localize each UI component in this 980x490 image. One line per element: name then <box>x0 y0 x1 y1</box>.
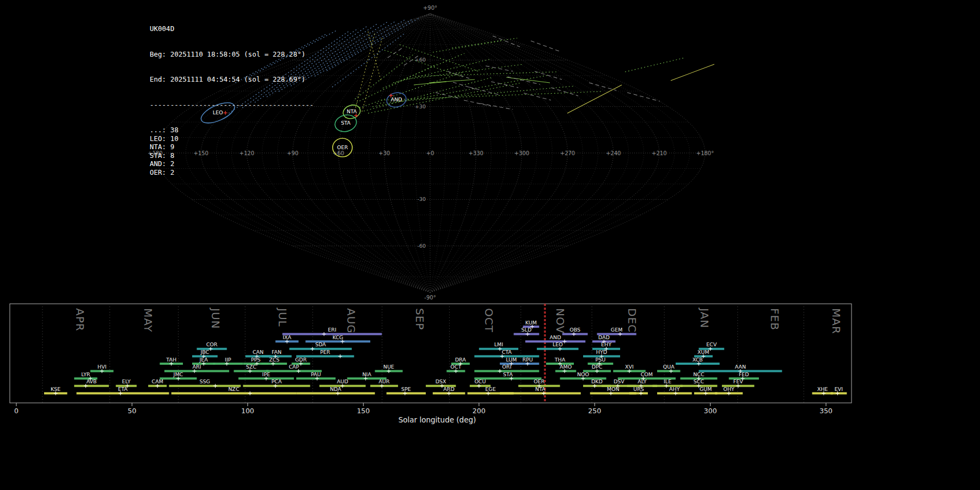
shower-lmi: LMI <box>479 341 518 351</box>
timeline-frame: APRMAYJUNJULAUGSEPOCTNOVDECJANFEBMAR0501… <box>10 304 852 415</box>
shower-label: EHY <box>601 341 611 347</box>
month-label: SEP <box>413 308 426 330</box>
shower-label: SCC <box>694 378 705 384</box>
shower-bar <box>500 392 581 394</box>
shower-ipe: IPE <box>238 371 294 381</box>
shower-hvi: HVI <box>90 364 113 373</box>
pole-label-north: +90° <box>423 5 437 11</box>
shower-label: CAM <box>152 378 163 384</box>
lon-label: +300 <box>514 150 529 156</box>
shower-label: FEV <box>733 378 743 384</box>
shower-label: HVI <box>97 364 106 370</box>
meteor-trail <box>400 45 480 72</box>
meteor-trail <box>429 79 475 83</box>
shower-label: DSV <box>614 378 624 384</box>
shower-evi: EVI <box>831 386 847 395</box>
radiant-label: NTA <box>347 108 357 114</box>
shower-count-list: ...: 38LEO: 10NTA: 9STA: 8AND: 2OER: 2 <box>150 126 314 176</box>
shower-label: STA <box>503 371 513 377</box>
meteor-trail <box>359 72 464 108</box>
shower-bar <box>296 392 375 394</box>
shower-ixa: IXA <box>275 334 298 344</box>
separator-line: ---------------------------------------- <box>150 101 314 109</box>
shower-label: OCU <box>474 378 486 384</box>
meteor-trail <box>567 85 622 113</box>
shower-label: SLD <box>522 327 532 333</box>
shower-label: XHE <box>817 386 828 392</box>
shower-label: AMO <box>560 364 572 370</box>
shower-label: SSG <box>200 378 210 384</box>
lon-label: +270 <box>560 150 575 156</box>
meteor-trail <box>486 66 513 71</box>
shower-label: DKD <box>591 378 603 384</box>
shower-label: KSE <box>51 386 60 392</box>
shower-label: LMI <box>494 341 503 347</box>
shower-iip: IIP <box>213 357 243 366</box>
shower-label: AUR <box>379 378 390 384</box>
shower-label: LEO <box>553 341 563 347</box>
meteor-trail <box>506 77 550 83</box>
x-tick-label: 50 <box>127 407 136 415</box>
shower-label: ILE <box>664 378 671 384</box>
shower-label: NTA <box>535 386 546 392</box>
shower-pca: PCA <box>243 378 310 388</box>
shower-label: SPE <box>401 386 411 392</box>
shower-bar <box>171 392 296 394</box>
shower-label: FED <box>739 371 749 377</box>
radiant-label: OER <box>337 144 348 150</box>
shower-eta: ETA <box>76 386 169 395</box>
radiant-nta: NTA <box>341 103 362 121</box>
shower-label: SZC <box>246 364 257 370</box>
shower-label: SDA <box>315 341 326 347</box>
shower-label: JEA <box>199 357 209 363</box>
shower-label: OER <box>534 378 544 384</box>
shower-zcs: ZCS <box>261 357 287 366</box>
shower-xhe: XHE <box>812 386 833 395</box>
shower-amo: AMO <box>555 364 576 373</box>
shower-bar <box>537 348 578 350</box>
shower-label: ARI <box>192 364 201 370</box>
meteor-trail <box>531 41 561 52</box>
station-id: UK004D <box>150 24 314 33</box>
shower-label: URS <box>633 386 644 392</box>
shower-label: COR <box>206 341 218 347</box>
shower-label: NOO <box>577 371 589 377</box>
shower-label: PPS <box>251 357 261 363</box>
radiant-label: STA <box>341 120 351 126</box>
shower-bar <box>657 370 680 372</box>
shower-label: IPE <box>262 371 271 377</box>
shower-label: TAH <box>166 357 176 363</box>
shower-label: IXA <box>283 334 291 340</box>
meteor-trail <box>414 82 446 85</box>
shower-label: GUM <box>700 386 712 392</box>
meteor-trail <box>415 72 556 76</box>
shower-label: ORI <box>502 364 511 370</box>
shower-label: KUM <box>525 320 537 326</box>
shower-label: GDR <box>295 357 307 363</box>
shower-nta: NTA <box>500 386 581 395</box>
x-axis-title: Solar longitude (deg) <box>399 415 476 424</box>
shower-label: CAP <box>289 364 299 370</box>
shower-gum: GUM <box>694 386 717 395</box>
shower-label: COM <box>641 371 653 377</box>
shower-label: NCC <box>693 371 705 377</box>
meteor-trail <box>368 32 381 82</box>
shower-label: OHY <box>723 386 734 392</box>
month-label: NOV <box>554 308 567 334</box>
shower-label: DPC <box>592 364 603 370</box>
shower-bar <box>76 392 169 394</box>
station-info: UK004D Beg: 20251110 18:58:05 (sol = 228… <box>150 8 314 193</box>
shower-label: EGE <box>485 386 495 392</box>
shower-label: PAU <box>311 371 321 377</box>
radiant-label: AND <box>391 96 402 102</box>
x-tick-label: 200 <box>473 407 486 415</box>
lon-label: +0 <box>426 150 434 156</box>
shower-label: RPU <box>522 357 532 363</box>
lat-label: +60 <box>415 57 426 63</box>
shower-label: GEM <box>611 327 623 333</box>
lon-label: +30 <box>378 150 390 156</box>
meteor-trail <box>436 93 460 99</box>
shower-label: CTA <box>502 349 512 355</box>
meteor-trail <box>464 100 491 106</box>
meteor-trail <box>327 18 419 71</box>
